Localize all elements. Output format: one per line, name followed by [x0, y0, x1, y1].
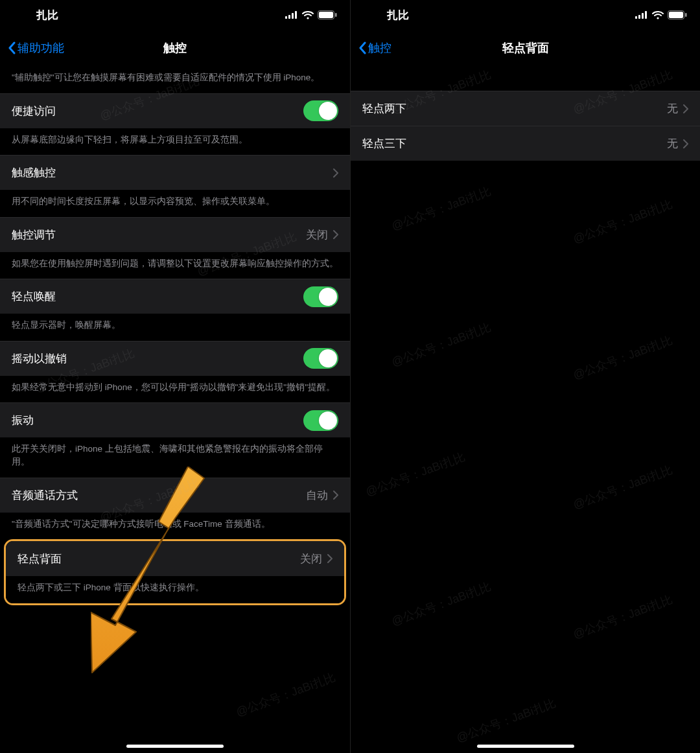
accommodations-footer: 如果您在使用触控屏时遇到问题，请调整以下设置更改屏幕响应触控操作的方式。 — [0, 252, 350, 279]
cell-label: 摇动以撤销 — [12, 351, 303, 366]
svg-rect-2 — [292, 13, 294, 19]
call-audio-footer: "音频通话方式"可决定哪种方式接听电话或 FaceTime 音频通话。 — [0, 513, 350, 540]
chevron-right-icon — [683, 104, 688, 113]
battery-icon — [318, 10, 337, 19]
chevron-left-icon — [358, 41, 366, 54]
cell-value: 无 — [667, 136, 678, 151]
haptic-touch-cell[interactable]: 触感触控 — [0, 155, 350, 190]
nav-bar: 辅助功能 触控 — [0, 30, 350, 66]
svg-rect-7 — [335, 13, 337, 17]
chevron-right-icon — [333, 491, 338, 500]
call-audio-cell[interactable]: 音频通话方式 自动 — [0, 478, 350, 513]
cell-label: 振动 — [12, 413, 303, 428]
svg-rect-15 — [669, 12, 683, 18]
svg-rect-11 — [642, 13, 644, 19]
cell-label: 轻点三下 — [362, 136, 667, 151]
reachability-footer: 从屏幕底部边缘向下轻扫，将屏幕上方项目拉至可及范围。 — [0, 128, 350, 156]
cell-label: 便捷访问 — [12, 104, 303, 119]
svg-point-4 — [307, 17, 309, 19]
phone-right: 扎比 触控 轻点背面 轻点两下 无 — [350, 0, 700, 753]
svg-point-13 — [657, 17, 659, 19]
settings-content: 轻点两下 无 轻点三下 无 — [351, 66, 700, 161]
status-bar: 扎比 — [0, 0, 350, 30]
chevron-left-icon — [8, 41, 16, 54]
nav-back-button[interactable]: 辅助功能 — [5, 38, 67, 58]
svg-rect-3 — [295, 11, 297, 19]
home-indicator[interactable] — [477, 745, 574, 748]
nav-bar: 触控 轻点背面 — [351, 30, 700, 66]
toggle-on-icon[interactable] — [303, 100, 338, 121]
nav-back-label: 触控 — [368, 40, 391, 56]
nav-back-button[interactable]: 触控 — [356, 38, 394, 58]
cell-label: 音频通话方式 — [12, 488, 306, 503]
tap-to-wake-footer: 轻点显示器时，唤醒屏幕。 — [0, 314, 350, 341]
nav-title: 轻点背面 — [351, 40, 700, 56]
toggle-on-icon[interactable] — [303, 348, 338, 369]
cell-label: 轻点两下 — [362, 101, 667, 116]
battery-icon — [668, 10, 687, 19]
cell-label: 轻点背面 — [18, 551, 300, 566]
highlighted-back-tap-section: 轻点背面 关闭 轻点两下或三下 iPhone 背面以快速执行操作。 — [4, 539, 346, 605]
svg-rect-16 — [685, 13, 687, 17]
reachability-cell[interactable]: 便捷访问 — [0, 93, 350, 128]
vibration-footer: 此开关关闭时，iPhone 上包括地震、海啸和其他紧急警报在内的振动将全部停用。 — [0, 437, 350, 477]
svg-rect-0 — [285, 16, 287, 19]
toggle-on-icon[interactable] — [303, 410, 338, 431]
back-tap-cell[interactable]: 轻点背面 关闭 — [6, 541, 344, 576]
shake-to-undo-cell[interactable]: 摇动以撤销 — [0, 341, 350, 376]
chevron-right-icon — [327, 554, 332, 563]
chevron-right-icon — [333, 168, 338, 178]
svg-rect-12 — [645, 11, 647, 19]
cell-label: 触感触控 — [12, 165, 333, 180]
cell-value: 关闭 — [306, 227, 328, 242]
cell-value: 自动 — [306, 488, 328, 503]
phone-left: 扎比 辅助功能 触控 "辅助触控"可让您在触摸屏幕有困难或需要自适应配件的情况下… — [0, 0, 350, 753]
cell-label: 触控调节 — [12, 227, 306, 242]
chevron-right-icon — [333, 230, 338, 239]
chevron-right-icon — [683, 139, 688, 148]
svg-rect-1 — [288, 15, 290, 19]
carrier-label: 扎比 — [36, 8, 58, 23]
back-tap-footer: 轻点两下或三下 iPhone 背面以快速执行操作。 — [6, 576, 344, 603]
toggle-on-icon[interactable] — [303, 286, 338, 307]
shake-footer: 如果经常无意中摇动到 iPhone，您可以停用"摇动以撤销"来避免出现"撤销"提… — [0, 376, 350, 403]
wifi-icon — [652, 11, 664, 19]
home-indicator[interactable] — [126, 745, 224, 748]
cell-label: 轻点唤醒 — [12, 289, 303, 304]
nav-back-label: 辅助功能 — [18, 40, 64, 56]
svg-rect-9 — [635, 16, 637, 19]
wifi-icon — [302, 11, 314, 19]
cell-value: 关闭 — [300, 551, 322, 566]
double-tap-cell[interactable]: 轻点两下 无 — [351, 91, 700, 126]
triple-tap-cell[interactable]: 轻点三下 无 — [351, 126, 700, 161]
cell-value: 无 — [667, 101, 678, 116]
svg-rect-10 — [638, 15, 640, 19]
settings-content: "辅助触控"可让您在触摸屏幕有困难或需要自适应配件的情况下使用 iPhone。 … — [0, 66, 350, 605]
signal-icon — [285, 11, 298, 19]
tap-to-wake-cell[interactable]: 轻点唤醒 — [0, 279, 350, 314]
touch-accommodations-cell[interactable]: 触控调节 关闭 — [0, 217, 350, 252]
haptic-footer: 用不同的时间长度按压屏幕，以显示内容预览、操作或关联菜单。 — [0, 190, 350, 217]
vibration-cell[interactable]: 振动 — [0, 402, 350, 437]
svg-rect-6 — [319, 12, 333, 18]
assistive-touch-footer: "辅助触控"可让您在触摸屏幕有困难或需要自适应配件的情况下使用 iPhone。 — [0, 66, 350, 93]
carrier-label: 扎比 — [387, 8, 409, 23]
signal-icon — [635, 11, 648, 19]
status-bar: 扎比 — [351, 0, 700, 30]
